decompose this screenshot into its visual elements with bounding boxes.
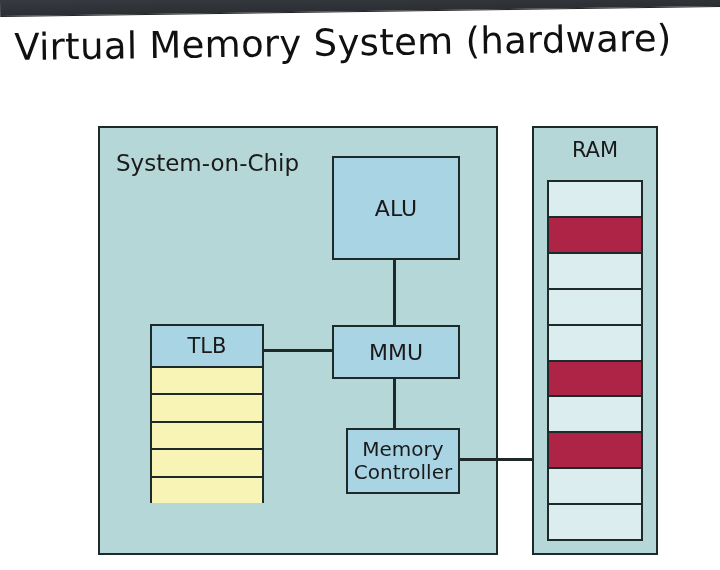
ram-row-used [549, 362, 641, 398]
tlb-entry [152, 450, 262, 477]
connector-memc-ram [458, 458, 534, 461]
tlb-entry [152, 478, 262, 503]
tlb-header: TLB [152, 326, 262, 368]
tlb-entry [152, 395, 262, 422]
tlb-block: TLB [150, 324, 264, 503]
ram-rows [547, 180, 643, 541]
ram-row-free [549, 505, 641, 539]
ram-row-free [549, 182, 641, 218]
alu-label: ALU [375, 196, 417, 221]
ram-panel: RAM [532, 126, 658, 555]
connector-mmu-memc [393, 377, 396, 428]
tlb-rows [152, 368, 262, 503]
memory-controller-label: Memory Controller [354, 438, 452, 484]
mmu-label: MMU [369, 340, 423, 365]
mmu-block: MMU [332, 325, 460, 379]
connector-tlb-mmu [262, 349, 332, 352]
ram-row-free [549, 290, 641, 326]
connector-alu-mmu [393, 258, 396, 325]
ram-row-free [549, 469, 641, 505]
alu-block: ALU [332, 156, 460, 260]
slide-top-stripe [0, 0, 720, 17]
slide-title: Virtual Memory System (hardware) [14, 17, 672, 69]
ram-row-used [549, 218, 641, 254]
tlb-entry [152, 368, 262, 395]
ram-label: RAM [534, 138, 656, 162]
ram-row-used [549, 433, 641, 469]
ram-row-free [549, 326, 641, 362]
ram-row-free [549, 397, 641, 433]
tlb-entry [152, 423, 262, 450]
tlb-label: TLB [188, 334, 227, 358]
soc-label: System-on-Chip [116, 150, 299, 176]
diagram-stage: Virtual Memory System (hardware) System-… [0, 0, 720, 570]
memory-controller-block: Memory Controller [346, 428, 460, 494]
ram-row-free [549, 254, 641, 290]
